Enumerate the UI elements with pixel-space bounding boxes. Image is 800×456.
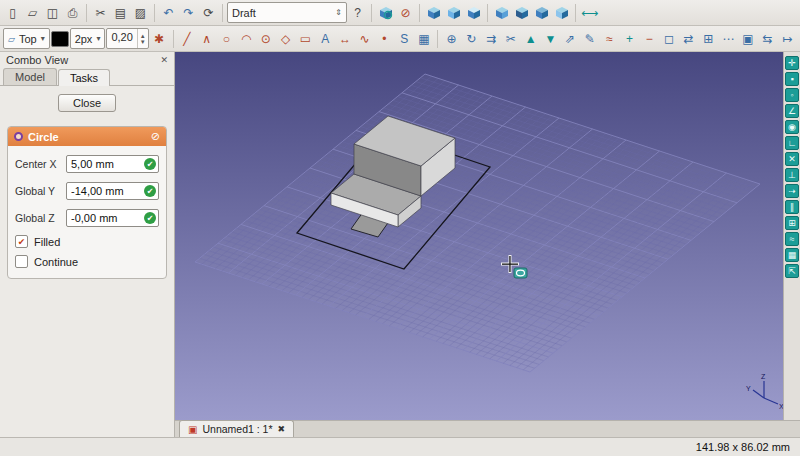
- draft-mirror-icon[interactable]: ⇆: [758, 29, 777, 49]
- draft-move-icon[interactable]: ⊕: [442, 29, 461, 49]
- task-title: Circle: [28, 131, 59, 143]
- close-task-button[interactable]: Close: [58, 94, 116, 112]
- print-icon[interactable]: ⎙: [63, 3, 82, 23]
- tab-model[interactable]: Model: [3, 68, 57, 85]
- panel-close-icon[interactable]: ✕: [160, 55, 168, 65]
- copy-icon[interactable]: ▤: [111, 3, 130, 23]
- snap-lock-icon[interactable]: ✛: [785, 56, 799, 70]
- draft-clone-icon[interactable]: ▣: [739, 29, 758, 49]
- open-file-icon[interactable]: ▱: [23, 3, 42, 23]
- plane-icon: ▱: [8, 34, 15, 44]
- draft-polygon-icon[interactable]: ◇: [276, 29, 295, 49]
- field-row: Center X ✔: [15, 155, 159, 173]
- filled-checkbox[interactable]: ✔: [15, 235, 28, 248]
- draft-circle-icon[interactable]: ○: [217, 29, 236, 49]
- view-axonometric-icon[interactable]: [424, 3, 443, 23]
- view-right-icon[interactable]: [492, 3, 511, 23]
- draft-shapestring-icon[interactable]: S: [395, 29, 414, 49]
- snap-grid-icon[interactable]: ⊞: [785, 216, 799, 230]
- draft-downgrade-icon[interactable]: ▼: [541, 29, 560, 49]
- workbench-selector[interactable]: Draft ⇕: [227, 2, 347, 23]
- status-bar: 141.98 x 86.02 mm: [0, 437, 800, 456]
- draft-upgrade-icon[interactable]: ▲: [521, 29, 540, 49]
- draft-delete-point-icon[interactable]: −: [640, 29, 659, 49]
- snap-angle-icon[interactable]: ∠: [785, 104, 799, 118]
- draft-text-icon[interactable]: A: [316, 29, 335, 49]
- draft-wire-to-bspline-icon[interactable]: ≈: [600, 29, 619, 49]
- draft-facebinder-icon[interactable]: ▦: [415, 29, 434, 49]
- draft-point-icon[interactable]: •: [375, 29, 394, 49]
- line-width-selector[interactable]: 2px ▾: [70, 28, 106, 49]
- draft-shape-2d-view-icon[interactable]: ◻: [660, 29, 679, 49]
- global-z-label: Global Z: [15, 212, 61, 224]
- spinbox-arrows-icon[interactable]: ▲▼: [137, 29, 148, 48]
- paste-icon[interactable]: ▨: [131, 3, 150, 23]
- snap-near-icon[interactable]: ≈: [785, 232, 799, 246]
- snap-intersection-icon[interactable]: ✕: [785, 152, 799, 166]
- continue-checkbox-row: Continue: [15, 255, 159, 268]
- draft-arc-icon[interactable]: ◠: [237, 29, 256, 49]
- draft-stretch-icon[interactable]: ↦: [778, 29, 797, 49]
- measure-distance-icon[interactable]: ⟷: [580, 3, 599, 23]
- task-collapse-icon[interactable]: ⊘: [151, 130, 160, 143]
- fit-all-icon[interactable]: [376, 3, 395, 23]
- save-file-icon[interactable]: ◫: [43, 3, 62, 23]
- viewport-canvas[interactable]: Z Y X: [175, 52, 783, 420]
- scale-spinbox[interactable]: 0,20 ▲▼: [106, 28, 148, 49]
- dimension-readout: 141.98 x 86.02 mm: [696, 441, 790, 453]
- combo-view-header: Combo View ✕: [0, 52, 174, 68]
- view-left-icon[interactable]: [552, 3, 571, 23]
- new-file-icon[interactable]: ▯: [3, 3, 22, 23]
- 3d-viewport[interactable]: Z Y X: [175, 52, 784, 420]
- toolbar-separator: [437, 30, 438, 48]
- draw-style-icon[interactable]: ⊘: [396, 3, 415, 23]
- document-tab[interactable]: ▣ Unnamed1 : 1* ✖: [179, 420, 294, 437]
- refresh-icon[interactable]: ⟳: [199, 3, 218, 23]
- whats-this-icon[interactable]: ?: [348, 3, 367, 23]
- snap-parallel-icon[interactable]: ∥: [785, 200, 799, 214]
- snap-center-icon[interactable]: ◉: [785, 120, 799, 134]
- tab-tasks[interactable]: Tasks: [58, 69, 110, 86]
- cube-glyph: [515, 6, 529, 20]
- draft-rectangle-icon[interactable]: ▭: [296, 29, 315, 49]
- draft-snap-toolbar: ✛ ▪ ◦ ∠ ◉ ∟ ✕ ⊥ ⇢ ∥ ⊞ ≈ ▦ ⇱: [784, 52, 800, 420]
- undo-icon[interactable]: ↶: [159, 3, 178, 23]
- draft-edit-icon[interactable]: ✎: [581, 29, 600, 49]
- view-bottom-icon[interactable]: [532, 3, 551, 23]
- draft-dimension-icon[interactable]: ↔: [336, 29, 355, 49]
- view-top-icon[interactable]: [464, 3, 483, 23]
- snap-working-plane-icon[interactable]: ▦: [785, 248, 799, 262]
- draft-offset-icon[interactable]: ⇉: [482, 29, 501, 49]
- cube-glyph: [535, 6, 549, 20]
- draft-bspline-icon[interactable]: ∿: [355, 29, 374, 49]
- snap-midpoint-icon[interactable]: ◦: [785, 88, 799, 102]
- draft-toolbar: ▱ Top ▾ 2px ▾ 0,20 ▲▼ ✱ ╱ ∧ ○ ◠ ⊙ ◇ ▭ A …: [0, 26, 800, 52]
- view-rear-icon[interactable]: [512, 3, 531, 23]
- line-color-swatch[interactable]: [51, 31, 69, 47]
- draft-rotate-icon[interactable]: ↻: [462, 29, 481, 49]
- axis-indicator: Z Y X: [746, 373, 783, 410]
- snap-ortho-icon[interactable]: ∟: [785, 136, 799, 150]
- view-front-icon[interactable]: [444, 3, 463, 23]
- redo-icon[interactable]: ↷: [179, 3, 198, 23]
- combo-view-tabs: Model Tasks: [0, 68, 174, 86]
- snap-dimensions-icon[interactable]: ⇱: [785, 264, 799, 278]
- draft-trimex-icon[interactable]: ✂: [502, 29, 521, 49]
- draft-ellipse-icon[interactable]: ⊙: [257, 29, 276, 49]
- autogroup-icon[interactable]: ✱: [150, 29, 169, 49]
- snap-perpendicular-icon[interactable]: ⊥: [785, 168, 799, 182]
- snap-extension-icon[interactable]: ⇢: [785, 184, 799, 198]
- draft-line-icon[interactable]: ╱: [178, 29, 197, 49]
- tab-close-icon[interactable]: ✖: [278, 424, 286, 434]
- draft-path-array-icon[interactable]: ⋯: [719, 29, 738, 49]
- cut-icon[interactable]: ✂: [91, 3, 110, 23]
- draft-add-point-icon[interactable]: +: [620, 29, 639, 49]
- snap-endpoint-icon[interactable]: ▪: [785, 72, 799, 86]
- working-plane-selector[interactable]: ▱ Top ▾: [3, 28, 50, 49]
- draft-scale-icon[interactable]: ⇗: [561, 29, 580, 49]
- continue-checkbox[interactable]: [15, 255, 28, 268]
- document-tab-label: Unnamed1 : 1*: [202, 423, 272, 435]
- draft-polyline-icon[interactable]: ∧: [197, 29, 216, 49]
- draft-array-icon[interactable]: ⊞: [699, 29, 718, 49]
- draft-to-sketch-icon[interactable]: ⇄: [679, 29, 698, 49]
